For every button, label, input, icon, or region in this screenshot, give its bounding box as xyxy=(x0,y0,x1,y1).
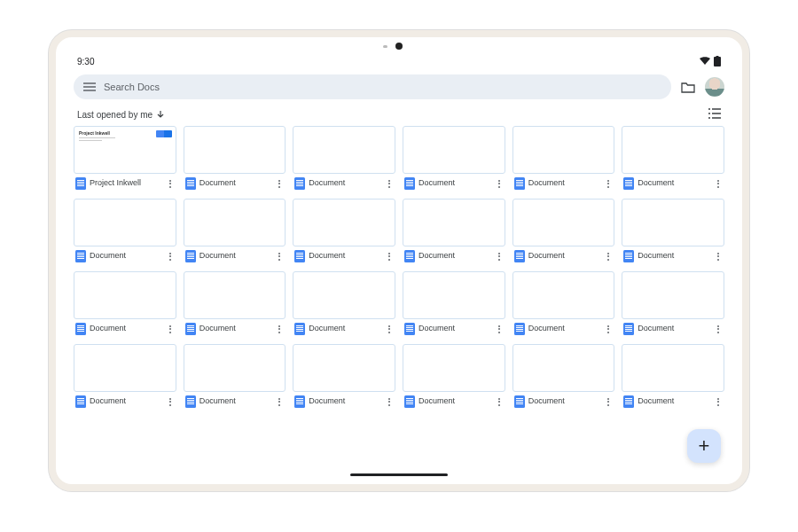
document-title: Document xyxy=(90,252,162,261)
sort-label: Last opened by me xyxy=(77,110,153,120)
document-card[interactable]: Document xyxy=(403,271,505,340)
document-thumbnail[interactable] xyxy=(403,271,505,319)
logo-graphic xyxy=(156,130,172,137)
document-thumbnail[interactable] xyxy=(184,126,286,174)
more-options-icon[interactable] xyxy=(714,325,723,333)
document-title: Document xyxy=(200,179,272,188)
more-options-icon[interactable] xyxy=(604,398,613,406)
document-card[interactable]: Document xyxy=(293,271,395,340)
document-card[interactable]: Document xyxy=(293,344,395,413)
document-footer: Document xyxy=(74,246,176,268)
document-card[interactable]: Document xyxy=(74,271,176,340)
document-thumbnail[interactable] xyxy=(512,344,615,392)
document-footer: Document xyxy=(74,319,176,340)
document-thumbnail[interactable] xyxy=(293,271,395,319)
document-card[interactable]: Document xyxy=(622,344,724,413)
more-options-icon[interactable] xyxy=(604,325,613,333)
document-thumbnail[interactable] xyxy=(184,271,286,319)
document-card[interactable]: Document xyxy=(512,344,615,413)
more-options-icon[interactable] xyxy=(604,180,613,188)
more-options-icon[interactable] xyxy=(166,253,175,261)
more-options-icon[interactable] xyxy=(495,253,504,261)
docs-icon xyxy=(404,323,415,335)
more-options-icon[interactable] xyxy=(275,398,284,406)
document-thumbnail[interactable] xyxy=(74,271,176,319)
document-title: Document xyxy=(528,325,601,333)
document-card[interactable]: Document xyxy=(622,271,724,340)
document-thumbnail[interactable] xyxy=(74,344,176,392)
document-footer: Document xyxy=(293,174,395,195)
document-card[interactable]: Document xyxy=(184,271,286,340)
more-options-icon[interactable] xyxy=(166,398,175,406)
document-card[interactable]: Document xyxy=(512,126,615,195)
more-options-icon[interactable] xyxy=(275,253,284,261)
document-card[interactable]: Document xyxy=(184,344,286,413)
document-title: Document xyxy=(200,325,272,333)
more-options-icon[interactable] xyxy=(714,180,723,188)
docs-icon xyxy=(185,177,196,190)
document-thumbnail[interactable] xyxy=(184,199,286,246)
more-options-icon[interactable] xyxy=(385,253,394,261)
document-thumbnail[interactable] xyxy=(622,199,724,246)
document-title: Document xyxy=(200,252,272,261)
document-title: Document xyxy=(309,179,381,188)
more-options-icon[interactable] xyxy=(495,325,504,333)
more-options-icon[interactable] xyxy=(495,180,504,188)
document-thumbnail[interactable] xyxy=(622,126,724,174)
document-thumbnail[interactable] xyxy=(512,126,615,174)
document-card[interactable]: Document xyxy=(74,344,176,413)
more-options-icon[interactable] xyxy=(495,398,504,406)
document-card[interactable]: Document xyxy=(622,126,724,195)
document-card[interactable]: Document xyxy=(403,126,505,195)
document-card[interactable]: Document xyxy=(74,199,176,268)
more-options-icon[interactable] xyxy=(714,253,723,261)
document-thumbnail[interactable] xyxy=(293,344,395,392)
menu-icon[interactable] xyxy=(82,80,97,94)
document-card[interactable]: Document xyxy=(622,199,724,268)
document-card[interactable]: Document xyxy=(512,271,615,340)
document-thumbnail[interactable] xyxy=(403,199,505,246)
more-options-icon[interactable] xyxy=(714,398,723,406)
search-bar[interactable]: Search Docs xyxy=(74,74,671,99)
new-document-fab[interactable]: + xyxy=(687,429,721,463)
more-options-icon[interactable] xyxy=(385,180,394,188)
document-footer: Project Inkwell xyxy=(74,174,176,195)
document-thumbnail[interactable] xyxy=(293,199,395,246)
document-thumbnail[interactable] xyxy=(74,199,176,246)
document-thumbnail[interactable] xyxy=(184,344,286,392)
document-thumbnail[interactable] xyxy=(512,199,615,246)
list-view-button[interactable] xyxy=(708,108,721,121)
document-title: Document xyxy=(528,397,601,406)
document-thumbnail[interactable] xyxy=(622,344,724,392)
more-options-icon[interactable] xyxy=(604,253,613,261)
document-card[interactable]: Document xyxy=(512,199,615,268)
more-options-icon[interactable] xyxy=(385,325,394,333)
document-thumbnail[interactable] xyxy=(403,344,505,392)
more-options-icon[interactable] xyxy=(385,398,394,406)
docs-icon xyxy=(294,395,305,408)
more-options-icon[interactable] xyxy=(275,180,284,188)
folder-button[interactable] xyxy=(678,77,698,97)
more-options-icon[interactable] xyxy=(166,180,175,188)
document-thumbnail[interactable] xyxy=(512,271,615,319)
document-title: Document xyxy=(419,252,491,261)
more-options-icon[interactable] xyxy=(166,325,175,333)
more-options-icon[interactable] xyxy=(275,325,284,333)
document-card[interactable]: Document xyxy=(184,199,286,268)
nav-handle[interactable] xyxy=(350,473,448,476)
list-icon xyxy=(708,108,721,119)
document-card[interactable]: Document xyxy=(293,199,395,268)
document-card[interactable]: Document xyxy=(403,344,505,413)
document-thumbnail[interactable] xyxy=(403,126,505,174)
avatar[interactable] xyxy=(705,77,724,97)
document-card[interactable]: Document xyxy=(184,126,286,195)
document-thumbnail[interactable] xyxy=(293,126,395,174)
document-card[interactable]: Document xyxy=(293,126,395,195)
document-card[interactable]: Document xyxy=(403,199,505,268)
document-thumbnail[interactable]: Project Inkwell xyxy=(74,126,176,174)
svg-rect-0 xyxy=(714,57,721,66)
document-thumbnail[interactable] xyxy=(622,271,724,319)
sort-button[interactable]: Last opened by me xyxy=(77,110,165,120)
document-card[interactable]: Project InkwellProject Inkwell xyxy=(74,126,176,195)
documents-grid: Project InkwellProject InkwellDocumentDo… xyxy=(74,126,724,413)
